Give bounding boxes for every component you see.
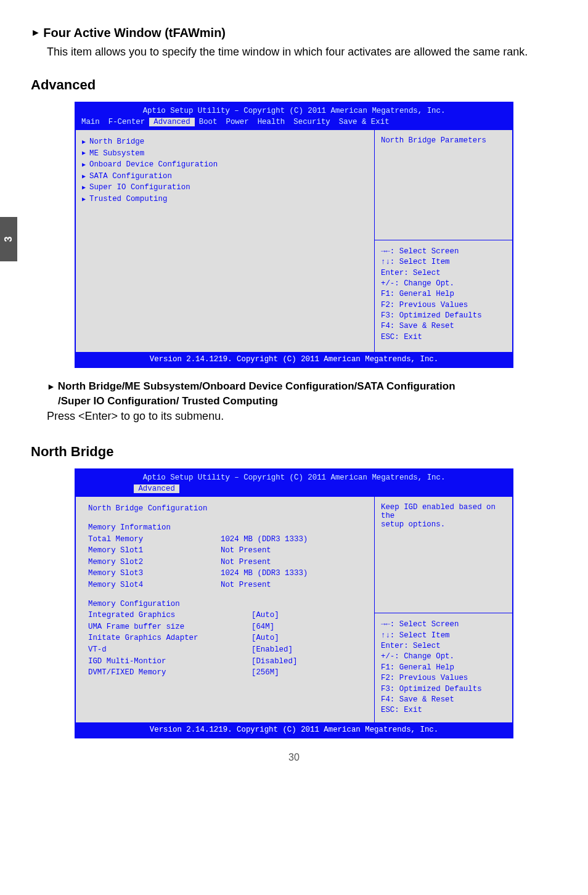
bios1-item-label: Onboard Device Configuration bbox=[89, 159, 218, 171]
bios-advanced-screenshot: Aptio Setup Utility – Copyright (C) 2011… bbox=[75, 102, 513, 368]
chapter-tab: 3 bbox=[0, 217, 17, 261]
bios2-help: Keep IGD enabled based on the setup opti… bbox=[375, 497, 512, 613]
bios2-row-slot3: Memory Slot31024 MB (DDR3 1333) bbox=[82, 568, 368, 579]
bios1-item-north-bridge[interactable]: ▶North Bridge bbox=[82, 136, 368, 148]
bios1-tab-saveexit[interactable]: Save & Exit bbox=[335, 118, 394, 126]
key-esc: ESC: Exit bbox=[381, 332, 506, 343]
key-f2: F2: Previous Values bbox=[381, 300, 506, 311]
advanced-sub-line2: /Super IO Configuration/ Trusted Computi… bbox=[58, 395, 278, 407]
row-label: DVMT/FIXED Memory bbox=[82, 667, 221, 679]
faw-heading: Four Active Window (tFAWmin) bbox=[31, 26, 557, 40]
triangle-icon: ▶ bbox=[82, 172, 89, 181]
bios2-help-l1: Keep IGD enabled based on the bbox=[381, 503, 506, 520]
bios1-tab-health[interactable]: Health bbox=[253, 118, 290, 126]
bios2-footer: Version 2.14.1219. Copyright (C) 2011 Am… bbox=[76, 722, 512, 737]
bios2-row-slot1: Memory Slot1Not Present bbox=[82, 545, 368, 557]
advanced-sub-heading: North Bridge/ME Subsystem/Onboard Device… bbox=[47, 379, 557, 409]
bios1-menu: ▶North Bridge ▶ME Subsystem ▶Onboard Dev… bbox=[76, 130, 374, 352]
key-f3: F3: Optimized Defaults bbox=[381, 684, 506, 695]
row-value: Not Present bbox=[221, 579, 319, 591]
key-esc: ESC: Exit bbox=[381, 705, 506, 716]
advanced-sub-body: Press <Enter> to go to its submenu. bbox=[47, 408, 557, 425]
bios1-item-me-subsystem[interactable]: ▶ME Subsystem bbox=[82, 148, 368, 160]
row-value: 1024 MB (DDR3 1333) bbox=[221, 534, 319, 546]
bios1-item-label: Trusted Computing bbox=[89, 194, 167, 205]
advanced-heading: Advanced bbox=[31, 77, 557, 93]
key-f2: F2: Previous Values bbox=[381, 673, 506, 684]
row-label: Memory Slot3 bbox=[82, 568, 221, 579]
row-value: 1024 MB (DDR3 1333) bbox=[221, 568, 319, 579]
bios1-title: Aptio Setup Utility – Copyright (C) 2011… bbox=[76, 103, 512, 116]
key-enter: Enter: Select bbox=[381, 641, 506, 652]
bios1-tab-fcenter[interactable]: F-Center bbox=[104, 118, 150, 126]
bios2-memcfg-heading: Memory Configuration bbox=[82, 599, 221, 610]
page-number: 30 bbox=[31, 752, 557, 763]
faw-heading-text: Four Active Window (tFAWmin) bbox=[43, 26, 226, 39]
triangle-icon: ▶ bbox=[82, 160, 89, 170]
bios2-tab-advanced[interactable]: Advanced bbox=[134, 484, 179, 493]
bios1-tab-main[interactable]: Main bbox=[77, 118, 104, 126]
row-value: [Enabled] bbox=[221, 644, 319, 656]
bios2-keyhelp: →←: Select Screen ↑↓: Select Item Enter:… bbox=[375, 613, 512, 722]
bios2-row-dvmt[interactable]: DVMT/FIXED Memory[256M] bbox=[82, 667, 368, 679]
bios2-row-total-memory: Total Memory1024 MB (DDR3 1333) bbox=[82, 534, 368, 546]
bios1-item-sata[interactable]: ▶SATA Configuration bbox=[82, 171, 368, 182]
bios2-row-slot4: Memory Slot4Not Present bbox=[82, 579, 368, 591]
north-bridge-heading: North Bridge bbox=[31, 444, 557, 460]
bios2-meminfo-heading: Memory Information bbox=[82, 522, 221, 534]
bios1-footer: Version 2.14.1219. Copyright (C) 2011 Am… bbox=[76, 352, 512, 367]
row-label: UMA Frame buffer size bbox=[82, 621, 221, 633]
row-label: Memory Slot1 bbox=[82, 545, 221, 557]
bios2-content: North Bridge Configuration Memory Inform… bbox=[76, 497, 374, 722]
row-label: VT-d bbox=[82, 644, 221, 656]
triangle-icon: ▶ bbox=[82, 195, 89, 204]
key-select-screen: →←: Select Screen bbox=[381, 247, 506, 257]
key-select-item: ↑↓: Select Item bbox=[381, 257, 506, 268]
bios2-help-l2: setup options. bbox=[381, 520, 506, 529]
triangle-icon: ▶ bbox=[82, 183, 89, 192]
faw-body: This item allows you to specify the time… bbox=[47, 44, 557, 61]
key-select-screen: →←: Select Screen bbox=[381, 619, 506, 630]
key-f3: F3: Optimized Defaults bbox=[381, 311, 506, 321]
row-value: Not Present bbox=[221, 557, 319, 568]
page-content: Four Active Window (tFAWmin) This item a… bbox=[0, 0, 588, 775]
bios2-row-uma-frame[interactable]: UMA Frame buffer size[64M] bbox=[82, 621, 368, 633]
row-label: IGD Multi-Montior bbox=[82, 656, 221, 668]
bios1-item-label: SATA Configuration bbox=[89, 171, 172, 182]
bios1-item-label: Super IO Configuration bbox=[89, 182, 190, 194]
bios2-heading: North Bridge Configuration bbox=[82, 503, 221, 515]
bios1-help: North Bridge Parameters bbox=[375, 130, 512, 240]
triangle-icon: ▶ bbox=[82, 149, 89, 158]
bios1-item-onboard-device[interactable]: ▶Onboard Device Configuration bbox=[82, 159, 368, 171]
advanced-sub-line1: North Bridge/ME Subsystem/Onboard Device… bbox=[58, 380, 455, 392]
key-f4: F4: Save & Reset bbox=[381, 695, 506, 705]
bios1-item-trusted[interactable]: ▶Trusted Computing bbox=[82, 194, 368, 205]
row-label: Total Memory bbox=[82, 534, 221, 546]
bios1-tab-boot[interactable]: Boot bbox=[195, 118, 222, 126]
row-value: Not Present bbox=[221, 545, 319, 557]
bios1-tab-power[interactable]: Power bbox=[222, 118, 253, 126]
bios-northbridge-screenshot: Aptio Setup Utility – Copyright (C) 2011… bbox=[75, 468, 513, 738]
bios2-row-igd-multi[interactable]: IGD Multi-Montior[Disabled] bbox=[82, 656, 368, 668]
bios2-title: Aptio Setup Utility – Copyright (C) 2011… bbox=[76, 470, 512, 483]
bios2-row-initiate-graphics[interactable]: Initate Graphics Adapter[Auto] bbox=[82, 632, 368, 644]
chapter-tab-label: 3 bbox=[3, 237, 14, 242]
row-value: [256M] bbox=[221, 667, 319, 679]
bios1-item-label: ME Subsystem bbox=[89, 148, 144, 160]
row-value: [64M] bbox=[221, 621, 319, 633]
row-label: Memory Slot2 bbox=[82, 557, 221, 568]
bios1-tabs: Main F-Center Advanced Boot Power Health… bbox=[76, 116, 512, 130]
bios1-tab-security[interactable]: Security bbox=[289, 118, 335, 126]
bios2-row-vtd[interactable]: VT-d[Enabled] bbox=[82, 644, 368, 656]
bios2-row-integrated-graphics[interactable]: Integrated Graphics[Auto] bbox=[82, 610, 368, 621]
bios1-tab-advanced[interactable]: Advanced bbox=[149, 118, 195, 126]
bios1-keyhelp: →←: Select Screen ↑↓: Select Item Enter:… bbox=[375, 240, 512, 352]
key-f1: F1: General Help bbox=[381, 663, 506, 673]
row-label: Memory Slot4 bbox=[82, 579, 221, 591]
key-enter: Enter: Select bbox=[381, 268, 506, 279]
row-value: [Auto] bbox=[221, 610, 319, 621]
bios1-item-superio[interactable]: ▶Super IO Configuration bbox=[82, 182, 368, 194]
key-f4: F4: Save & Reset bbox=[381, 321, 506, 332]
key-select-item: ↑↓: Select Item bbox=[381, 631, 506, 641]
row-value: [Disabled] bbox=[221, 656, 319, 668]
